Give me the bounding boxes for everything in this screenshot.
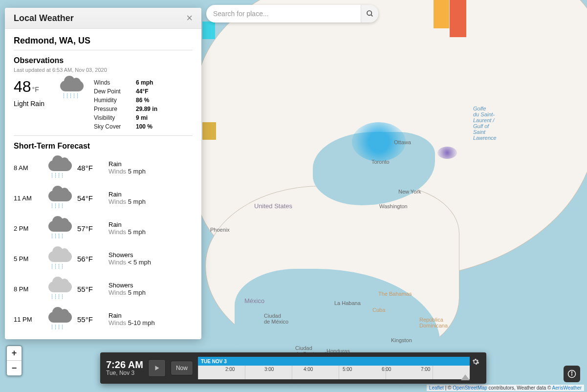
forecast-time: 5 PM xyxy=(14,255,43,262)
forecast-temperature: 56°F xyxy=(77,255,105,263)
timeline-scale: 2:00 3:00 4:00 5:00 6:00 7:00 xyxy=(198,366,470,379)
forecast-row: 8 AM┆┆┆┆48°FRainWinds 5 mph xyxy=(14,152,193,183)
zoom-out-button[interactable]: − xyxy=(7,361,22,375)
weather-showers-icon: ┆┆┆┆ xyxy=(47,279,73,299)
timeline-tick: 4:00 xyxy=(304,367,313,372)
forecast-time: 11 PM xyxy=(14,316,43,323)
osm-link[interactable]: OpenStreetMap xyxy=(453,385,487,391)
current-condition: Light Rain xyxy=(14,100,53,108)
forecast-wind: Winds 5 mph xyxy=(109,168,146,175)
map-attribution: Leaflet | © OpenStreetMap contributors, … xyxy=(427,385,584,391)
play-button[interactable] xyxy=(148,359,166,377)
weather-rain-icon: ┆┆┆┆ xyxy=(47,157,73,178)
radar-overlay xyxy=(352,122,406,161)
forecast-wind: Winds 5-10 mph xyxy=(109,319,155,327)
timeline-tick: 3:00 xyxy=(264,367,274,372)
panel-title: Local Weather xyxy=(14,13,74,23)
timeline-playhead[interactable] xyxy=(461,374,470,380)
timeline-tick: 2:00 xyxy=(225,367,235,372)
zoom-in-button[interactable]: + xyxy=(7,346,22,361)
map-alert-polygon xyxy=(450,0,466,37)
svg-point-4 xyxy=(571,372,572,373)
play-icon xyxy=(153,365,160,371)
close-icon: × xyxy=(186,12,193,24)
current-temperature: 48 °F xyxy=(14,78,53,96)
search-input[interactable] xyxy=(206,10,361,18)
svg-line-1 xyxy=(371,15,372,16)
zoom-control: + − xyxy=(6,345,22,376)
observations-table: Winds6 mph Dew Point44°F Humidity86 % Pr… xyxy=(93,78,162,131)
weather-rain-icon: ┆┆┆┆ xyxy=(47,218,73,239)
temperature-value: 48 xyxy=(14,78,31,96)
forecast-condition: Rain xyxy=(109,160,146,168)
forecast-condition: Showers xyxy=(109,282,146,289)
timeline-day-label: TUE NOV 3 xyxy=(198,357,470,366)
observations-heading: Observations xyxy=(14,56,193,65)
forecast-condition: Rain xyxy=(109,312,155,319)
timeline-bar: 7:26 AM Tue, Nov 3 Now TUE NOV 3 2:00 3:… xyxy=(100,352,486,384)
forecast-condition: Showers xyxy=(109,251,151,259)
timeline-tick: 5:00 xyxy=(343,367,352,372)
forecast-row: 8 PM┆┆┆┆55°FShowersWinds 5 mph xyxy=(14,274,193,304)
forecast-time: 11 AM xyxy=(14,195,43,202)
forecast-wind: Winds 5 mph xyxy=(109,289,146,296)
location-name: Redmond, WA, US xyxy=(14,36,193,46)
forecast-row: 5 PM┆┆┆┆56°FShowersWinds < 5 mph xyxy=(14,243,193,274)
aeris-link[interactable]: AerisWeather xyxy=(552,385,582,391)
svg-point-0 xyxy=(367,11,371,15)
forecast-row: 11 PM┆┆┆┆55°FRainWinds 5-10 mph xyxy=(14,304,193,334)
search-icon xyxy=(366,10,374,18)
gear-icon xyxy=(472,358,479,366)
forecast-time: 2 PM xyxy=(14,225,43,232)
weather-rain-icon: ┆┆┆┆ xyxy=(47,188,73,208)
panel-header: Local Weather × xyxy=(5,8,201,29)
leaflet-link[interactable]: Leaflet xyxy=(429,385,444,391)
forecast-temperature: 54°F xyxy=(77,194,105,202)
weather-panel: Local Weather × Redmond, WA, US Observat… xyxy=(5,8,201,339)
timeline-settings-button[interactable] xyxy=(471,357,480,367)
forecast-row: 2 PM┆┆┆┆57°FRainWinds 5 mph xyxy=(14,213,193,243)
observations-updated: Last updated at 6:53 AM, Nov 03, 2020 xyxy=(14,67,193,73)
weather-rain-icon: ┆┆┆┆┆ xyxy=(59,78,85,98)
close-button[interactable]: × xyxy=(186,13,193,23)
forecast-time: 8 PM xyxy=(14,285,43,293)
svg-marker-5 xyxy=(155,366,159,370)
weather-rain-icon: ┆┆┆┆ xyxy=(47,309,73,329)
forecast-row: 11 AM┆┆┆┆54°FRainWinds 5 mph xyxy=(14,183,193,213)
map-alert-polygon xyxy=(202,122,216,140)
timeline-clock: 7:26 AM xyxy=(106,360,143,370)
forecast-wind: Winds < 5 mph xyxy=(109,259,151,266)
search-button[interactable] xyxy=(361,5,378,22)
forecast-temperature: 48°F xyxy=(77,164,105,172)
info-button[interactable] xyxy=(564,366,580,382)
timeline-tick: 7:00 xyxy=(421,367,430,372)
map-alert-polygon xyxy=(434,0,449,28)
forecast-temperature: 55°F xyxy=(77,285,105,293)
temperature-unit: °F xyxy=(32,86,39,93)
radar-overlay xyxy=(437,147,457,159)
forecast-temperature: 57°F xyxy=(77,224,105,233)
forecast-temperature: 55°F xyxy=(77,315,105,324)
forecast-condition: Rain xyxy=(109,221,146,228)
forecast-condition: Rain xyxy=(109,191,146,198)
forecast-wind: Winds 5 mph xyxy=(109,198,146,205)
search-bar xyxy=(206,5,378,22)
divider xyxy=(14,135,193,136)
forecast-wind: Winds 5 mph xyxy=(109,228,146,236)
map-alert-polygon xyxy=(202,22,215,39)
timeline-date: Tue, Nov 3 xyxy=(106,370,143,376)
timeline-tick: 6:00 xyxy=(382,367,391,372)
now-button[interactable]: Now xyxy=(171,361,193,375)
weather-showers-icon: ┆┆┆┆ xyxy=(47,248,73,269)
forecast-heading: Short-Term Forecast xyxy=(14,142,193,151)
info-icon xyxy=(567,370,576,378)
divider xyxy=(14,50,193,50)
timeline-track[interactable]: TUE NOV 3 2:00 3:00 4:00 5:00 6:00 7:00 xyxy=(198,357,480,379)
forecast-time: 8 AM xyxy=(14,164,43,172)
